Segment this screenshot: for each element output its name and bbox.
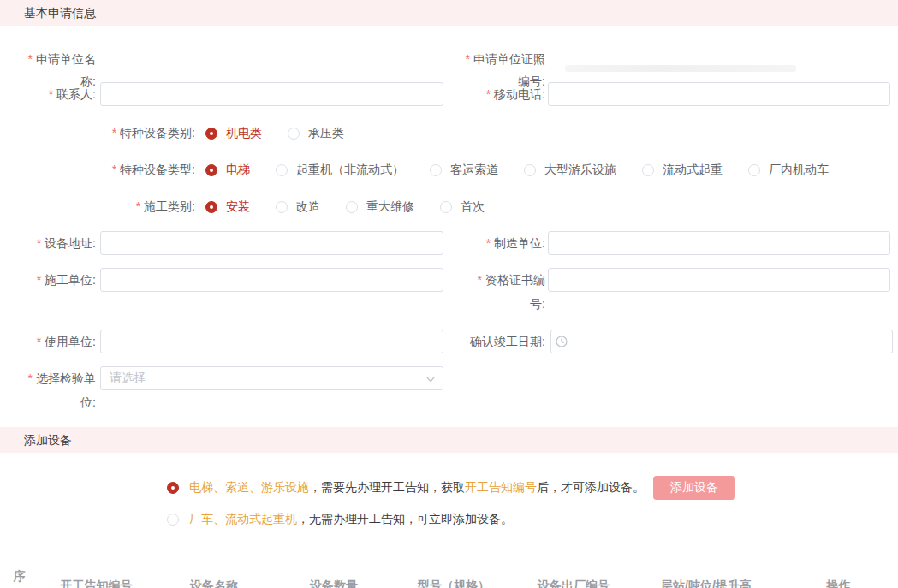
radio-unselected-icon xyxy=(430,164,442,176)
col-floors-tonnage-lift: 层站/吨位/提升高 xyxy=(633,579,779,588)
col-factory-number: 设备出厂编号 xyxy=(514,579,633,588)
radio-unselected-icon xyxy=(524,164,536,176)
redacted-cert-number xyxy=(565,65,796,72)
required-marker: * xyxy=(112,163,116,176)
completion-date-field: 确认竣工日期: xyxy=(449,330,898,353)
radio-major-repair[interactable]: 重大维修 xyxy=(346,199,414,215)
radio-first-time[interactable]: 首次 xyxy=(440,199,485,215)
radio-selected-icon xyxy=(205,128,217,140)
radio-unselected-icon xyxy=(276,164,288,176)
inspection-unit-field: *选择检验单 位: 请选择 xyxy=(0,366,449,414)
notice-vehicle-group: 厂车、流动式起重机，无需办理开工告知，可立即添加设备。 xyxy=(167,511,898,528)
qualification-cert-input[interactable] xyxy=(548,268,890,292)
use-unit-label: *使用单位: xyxy=(0,330,96,353)
section-basic-info-title: 基本申请信息 xyxy=(24,6,96,20)
required-marker: * xyxy=(28,371,33,385)
construction-category-options: 安装 改造 重大维修 首次 xyxy=(205,199,510,215)
notice-text-highlight: 开工告知编号 xyxy=(465,480,537,496)
manufacturer-label: *制造单位: xyxy=(449,231,545,255)
contact-field: *联系人: xyxy=(0,82,449,106)
col-actions: 操作 xyxy=(779,579,898,588)
construction-category-label: *施工类别: xyxy=(0,199,195,215)
radio-unselected-icon xyxy=(748,164,760,176)
construction-unit-input[interactable] xyxy=(100,268,443,292)
clock-icon xyxy=(556,336,568,347)
radio-renovate[interactable]: 改造 xyxy=(276,199,320,215)
form-row-inspection: *选择检验单 位: 请选择 xyxy=(0,366,898,414)
notice-vehicle-radio[interactable] xyxy=(167,514,179,526)
radio-pressure[interactable]: 承压类 xyxy=(288,126,344,141)
notice-text: ，无需办理开工告知，可立即添加设备。 xyxy=(297,512,513,527)
radio-factory-vehicle[interactable]: 厂内机动车 xyxy=(748,163,829,178)
col-device-quantity: 设备数量 xyxy=(274,579,394,588)
required-marker: * xyxy=(28,52,33,66)
device-category-options: 机电类 承压类 xyxy=(205,126,370,141)
form-row-construction: *施工单位: *资格证书编 号: xyxy=(0,268,898,316)
notice-text-highlight: 电梯、索道、游乐设施 xyxy=(189,480,309,496)
form-row-address: *设备地址: *制造单位: xyxy=(0,231,898,255)
required-marker: * xyxy=(112,126,116,140)
qualification-cert-field: *资格证书编 号: xyxy=(449,268,898,316)
required-marker: * xyxy=(49,87,53,101)
inspection-unit-label: *选择检验单 位: xyxy=(0,366,96,414)
device-table-header: 序号 开工告知编号 设备名称 设备数量 型号（规格） 设备出厂编号 层站/吨位/… xyxy=(0,566,898,588)
contact-input[interactable] xyxy=(100,82,443,106)
required-marker: * xyxy=(37,236,41,250)
device-type-row: *特种设备类型: 电梯 起重机（非流动式） 客运索道 大型游乐设施 流动式起重 … xyxy=(0,162,898,179)
device-address-input[interactable] xyxy=(100,231,443,255)
construction-unit-label: *施工单位: xyxy=(0,268,96,292)
required-marker: * xyxy=(136,199,140,213)
radio-unselected-icon xyxy=(642,164,654,176)
use-unit-field: *使用单位: xyxy=(0,330,449,353)
required-marker: * xyxy=(37,335,41,348)
notice-text: ，需要先办理开工告知，获取 xyxy=(309,480,465,496)
qualification-cert-label: *资格证书编 号: xyxy=(449,268,545,316)
notice-elevator-radio[interactable] xyxy=(167,482,179,494)
mobile-label: *移动电话: xyxy=(449,82,545,106)
radio-unselected-icon xyxy=(288,128,300,140)
device-category-label: *特种设备类别: xyxy=(0,126,195,141)
construction-unit-field: *施工单位: xyxy=(0,268,449,316)
completion-date-picker[interactable] xyxy=(548,330,893,353)
device-address-field: *设备地址: xyxy=(0,231,449,255)
radio-install[interactable]: 安装 xyxy=(205,199,250,215)
radio-unselected-icon xyxy=(346,201,358,213)
device-category-row: *特种设备类别: 机电类 承压类 xyxy=(0,125,898,142)
contact-label: *联系人: xyxy=(0,82,96,106)
notice-elevator-group: 电梯、索道、游乐设施，需要先办理开工告知，获取开工告知编号后，才可添加设备。 添… xyxy=(167,476,898,500)
form-row-use-unit: *使用单位: 确认竣工日期: xyxy=(0,330,898,353)
radio-crane-fixed[interactable]: 起重机（非流动式） xyxy=(276,163,404,178)
spacer xyxy=(449,366,898,414)
unit-cert-value xyxy=(548,48,796,72)
chevron-down-icon xyxy=(425,374,436,384)
use-unit-input[interactable] xyxy=(100,330,443,353)
radio-passenger-ropeway[interactable]: 客运索道 xyxy=(430,163,498,178)
completion-date-label: 确认竣工日期: xyxy=(449,330,545,353)
mobile-input[interactable] xyxy=(548,82,890,106)
required-marker: * xyxy=(486,87,491,101)
device-address-label: *设备地址: xyxy=(0,231,96,255)
radio-selected-icon xyxy=(205,201,217,213)
notice-text-highlight: 厂车、流动式起重机 xyxy=(189,512,297,527)
inspection-unit-select[interactable]: 请选择 xyxy=(100,366,443,390)
radio-amusement-rides[interactable]: 大型游乐设施 xyxy=(524,163,616,178)
device-type-options: 电梯 起重机（非流动式） 客运索道 大型游乐设施 流动式起重 厂内机动车 xyxy=(205,163,854,178)
manufacturer-input[interactable] xyxy=(548,231,890,255)
required-marker: * xyxy=(466,52,470,66)
section-basic-info-header: 基本申请信息 xyxy=(0,0,898,26)
select-placeholder: 请选择 xyxy=(110,371,146,386)
add-device-button[interactable]: 添加设备 xyxy=(653,476,735,500)
radio-elevator[interactable]: 电梯 xyxy=(205,163,250,178)
radio-mobile-crane[interactable]: 流动式起重 xyxy=(642,163,723,178)
form-row-contact: *联系人: *移动电话: xyxy=(0,82,898,106)
required-marker: * xyxy=(478,273,482,287)
notice-text: 后，才可添加设备。 xyxy=(537,480,645,496)
col-model-spec: 型号（规格） xyxy=(394,579,514,588)
mobile-field: *移动电话: xyxy=(449,82,898,106)
radio-unselected-icon xyxy=(276,201,288,213)
col-notice-number: 开工告知编号 xyxy=(39,579,154,588)
radio-selected-icon xyxy=(205,164,217,176)
radio-electromechanical[interactable]: 机电类 xyxy=(205,126,262,141)
col-index: 序号 xyxy=(0,567,39,588)
completion-date-input[interactable] xyxy=(550,330,893,353)
